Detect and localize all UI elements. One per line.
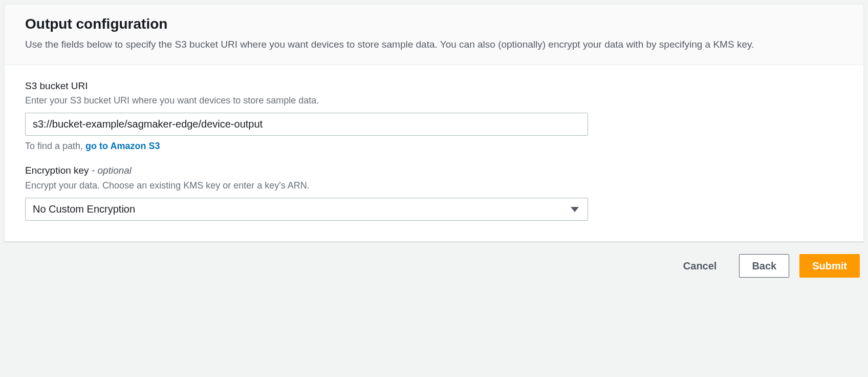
panel-subtitle: Use the fields below to specify the S3 b… bbox=[25, 37, 843, 52]
s3-help-prefix: To find a path, bbox=[25, 141, 85, 151]
encryption-key-hint: Encrypt your data. Choose an existing KM… bbox=[25, 179, 843, 193]
encryption-key-label: Encryption key - optional bbox=[25, 164, 843, 178]
output-configuration-panel: Output configuration Use the fields belo… bbox=[4, 4, 864, 242]
cancel-button[interactable]: Cancel bbox=[671, 255, 729, 277]
submit-button[interactable]: Submit bbox=[799, 254, 860, 278]
back-button[interactable]: Back bbox=[739, 254, 789, 278]
panel-body: S3 bucket URI Enter your S3 bucket URI w… bbox=[5, 65, 863, 241]
encryption-key-select[interactable]: No Custom Encryption bbox=[25, 198, 588, 221]
go-to-amazon-s3-link[interactable]: go to Amazon S3 bbox=[85, 141, 160, 151]
panel-title: Output configuration bbox=[25, 15, 843, 33]
s3-bucket-uri-input[interactable] bbox=[25, 113, 588, 136]
s3-bucket-uri-hint: Enter your S3 bucket URI where you want … bbox=[25, 94, 843, 108]
encryption-key-field: Encryption key - optional Encrypt your d… bbox=[25, 164, 843, 221]
panel-header: Output configuration Use the fields belo… bbox=[5, 5, 863, 65]
encryption-key-optional: optional bbox=[98, 165, 132, 176]
s3-bucket-uri-field: S3 bucket URI Enter your S3 bucket URI w… bbox=[25, 79, 843, 152]
encryption-key-label-text: Encryption key bbox=[25, 165, 89, 176]
s3-bucket-uri-label: S3 bucket URI bbox=[25, 79, 843, 93]
encryption-key-select-button[interactable]: No Custom Encryption bbox=[25, 198, 588, 221]
footer-actions: Cancel Back Submit bbox=[4, 242, 864, 282]
s3-bucket-uri-help: To find a path, go to Amazon S3 bbox=[25, 141, 843, 152]
